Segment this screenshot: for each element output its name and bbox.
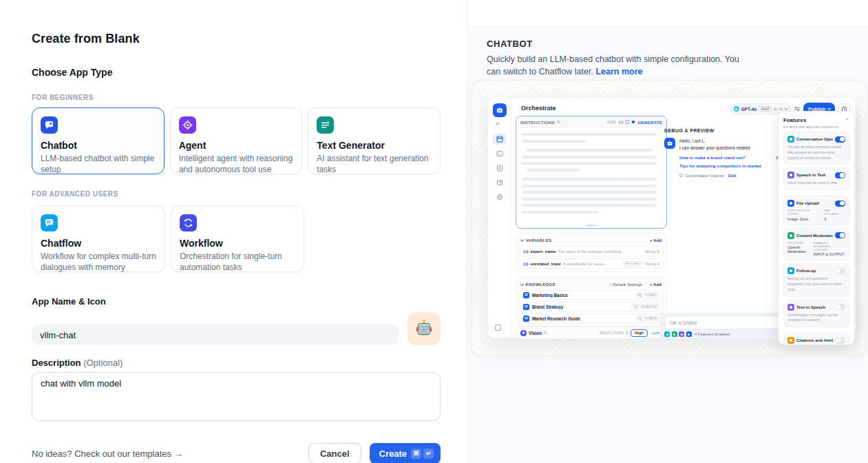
card-title: Text Generator [317, 140, 432, 151]
advanced-cards-row: Chatflow Workflow for complex multi-turn… [32, 205, 441, 272]
robot-emoji-icon [414, 318, 434, 339]
document-tab-icon [493, 163, 507, 174]
modal-footer: No ideas? Check out our templates→ Cance… [32, 443, 441, 463]
footer-buttons: Cancel Create ⌘ ↵ [308, 443, 441, 463]
app-icon-picker[interactable] [407, 312, 441, 345]
preview-sidebar: ⇄ [488, 98, 511, 338]
globe-tab-icon [493, 192, 507, 203]
feature-citations: Citations and Attributions Show source d… [783, 333, 849, 345]
toggle-on [835, 232, 845, 238]
chevron-down-icon [827, 107, 831, 110]
knowledge-panel: KNOWLEDGE ↕ Rerank Settings + Add Market… [516, 277, 667, 327]
vision-icon [520, 330, 527, 336]
model-provider-icon [734, 106, 739, 112]
cmd-key-icon: ⌘ [411, 449, 421, 459]
app-type-card-chatflow[interactable]: Chatflow Workflow for complex multi-turn… [32, 205, 165, 272]
feature-follow-up: Follow-up Setting up next questions sugg… [783, 263, 849, 296]
chevron-down-icon [784, 107, 787, 110]
chatflow-icon [41, 214, 58, 232]
toggle-on [835, 172, 845, 178]
description-optional-label: (Optional) [83, 358, 123, 368]
card-desc: LLM-based chatbot with simple setup [41, 153, 156, 175]
char-count: 2182 [607, 120, 616, 124]
conversation-opener-icon [787, 136, 794, 143]
knowledge-row: Marketing Basics HQ · HYBRID [519, 290, 664, 300]
greeting-line2: I can answer your questions related [679, 145, 750, 152]
index-mode-chip: HQ · HYBRID [635, 316, 659, 321]
app-type-card-agent[interactable]: Agent Intelligent agent with reasoning a… [170, 107, 303, 174]
gear-icon [657, 250, 659, 253]
info-icon [626, 331, 629, 335]
citations-icon [787, 337, 794, 344]
preview-heading: CHATBOT [487, 39, 868, 49]
chevron-down-icon [520, 238, 524, 241]
file-upload-icon [686, 331, 692, 337]
app-type-card-chatbot[interactable]: Chatbot LLM-based chatbot with simple se… [32, 107, 165, 174]
feature-content-moderation: Content Moderation PROVIDEROpenAI Modera… [783, 228, 849, 261]
cancel-button[interactable]: Cancel [308, 443, 361, 463]
feature-file-upload: File Upload SUPPORT FILE TYPESImage, Doc… [783, 196, 849, 225]
follow-up-icon [787, 267, 794, 274]
add-variable-button: + Add [650, 238, 661, 243]
suggested-questions: How to make a brand stand out? Bes Tips … [679, 155, 784, 168]
features-panel: Features × Enhance web-app user experien… [778, 111, 855, 345]
card-desc: Orchestration for single-turn automation… [180, 251, 295, 273]
app-type-card-text-generator[interactable]: Text Generator AI assistant for text gen… [308, 107, 441, 174]
beginner-cards-row: Chatbot LLM-based chatbot with simple se… [32, 107, 441, 174]
dataset-icon [523, 316, 529, 322]
create-button-label: Create [379, 449, 407, 459]
debug-preview-label: DEBUG & PREVIEW [664, 128, 714, 133]
toggle-on [835, 136, 845, 143]
knowledge-row: Market Research Guide HQ · HYBRID [519, 313, 664, 323]
chat-input: Talk to DifyBot [664, 316, 785, 329]
card-desc: AI assistant for text generation tasks [317, 153, 432, 175]
preview-pane-topbar [467, 0, 868, 27]
chat-mode-chip: CHAT [759, 106, 771, 112]
notes-tab-icon [493, 177, 507, 188]
sparkle-icon [632, 120, 636, 124]
add-knowledge-button: + Add [650, 282, 661, 287]
text-to-speech-icon [787, 304, 794, 311]
toggle-off [835, 268, 845, 274]
for-advanced-users-label: FOR ADVANCED USERS [32, 190, 441, 198]
description-textarea[interactable]: chat with vllm model [32, 372, 441, 421]
suggested-question: Tips for analyzing competitors in market [679, 163, 761, 168]
close-icon: × [845, 116, 849, 122]
page-title: Create from Blank [32, 32, 441, 46]
feature-conversation-opener: Conversation Opener You are an entity ex… [783, 132, 849, 165]
content-moderation-icon [672, 331, 677, 337]
index-mode-chip: HQ · HYBRID [635, 292, 659, 298]
chevron-down-icon [520, 282, 524, 285]
model-param-icon [779, 107, 783, 111]
card-title: Agent [179, 140, 294, 151]
feature-text-to-speech: Text to Speech Conversation messages can… [783, 300, 849, 328]
learn-more-link[interactable]: Learn more [595, 67, 642, 76]
preview-window-title: Orchestrate [521, 105, 556, 112]
variable-row: {x} unrelated_topic A placeholder for to… [519, 258, 664, 269]
opener-label: Conversation Opener [685, 174, 724, 178]
speech-to-text-icon [787, 172, 794, 178]
required-chip: REQUIRED [623, 261, 643, 267]
resize-handle [586, 225, 596, 226]
variables-header: VARIABLES + Add [519, 236, 664, 244]
card-title: Chatbot [41, 140, 156, 151]
bot-avatar-icon [664, 138, 675, 149]
rerank-settings-button: ↕ Rerank Settings [610, 282, 642, 287]
app-name-input[interactable] [32, 325, 399, 345]
variable-icon: {x} [619, 120, 624, 124]
variables-panel: VARIABLES + Add {x} expert_name The name… [516, 233, 667, 272]
templates-link[interactable]: No ideas? Check out our templates→ [32, 449, 183, 459]
instructions-skeleton [516, 128, 666, 218]
knowledge-header: KNOWLEDGE ↕ Rerank Settings + Add [519, 280, 664, 288]
create-button[interactable]: Create ⌘ ↵ [370, 443, 441, 463]
create-from-blank-modal: Create from Blank Choose App Type FOR BE… [0, 0, 467, 463]
vision-panel: Vision RESOLUTION High Low [516, 327, 667, 339]
app-type-card-workflow[interactable]: Workflow Orchestration for single-turn a… [171, 205, 304, 272]
card-title: Chatflow [41, 238, 156, 249]
preview-sidebar-icons [493, 134, 507, 203]
description-label: Description (Optional) [32, 358, 441, 368]
for-beginners-label: FOR BEGINNERS [32, 94, 441, 101]
orchestrate-tab-icon [493, 134, 507, 145]
features-enabled-row: 4 Features Enabled [664, 331, 730, 337]
variable-row: {x} expert_name The name of the strategi… [519, 246, 664, 256]
